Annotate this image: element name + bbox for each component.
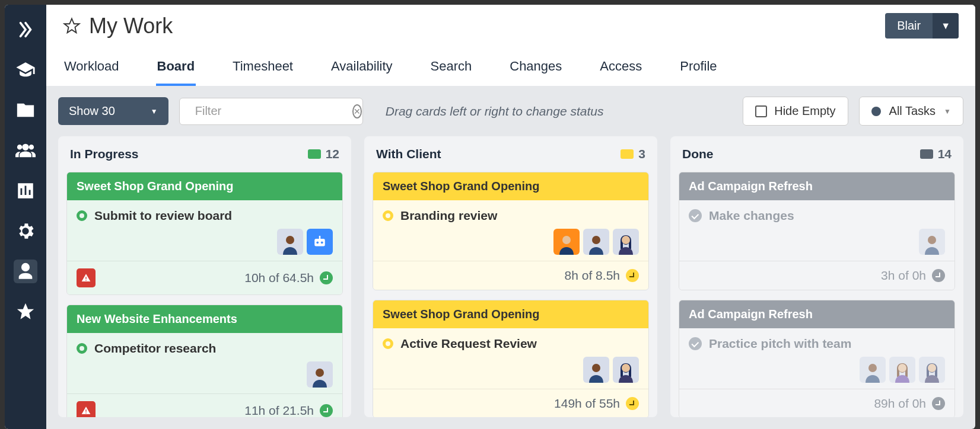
- board: In Progress12Sweet Shop Grand OpeningSub…: [46, 136, 975, 429]
- card-hours: 89h of 0h: [874, 396, 945, 411]
- tab-availability[interactable]: Availability: [330, 53, 394, 86]
- card-avatars: [383, 357, 639, 383]
- tab-search[interactable]: Search: [429, 53, 473, 86]
- count-badge-icon: [621, 149, 634, 159]
- card-task-name: Competitor research: [94, 341, 216, 356]
- column-done: Done14Ad Campaign RefreshMake changes3h …: [670, 136, 963, 417]
- card-hours: 10h of 64.5h: [244, 271, 333, 285]
- svg-point-9: [592, 364, 600, 372]
- card-hours: 3h of 0h: [881, 268, 945, 283]
- task-card[interactable]: New Website EnhancementsCompetitor resea…: [66, 305, 343, 417]
- warning-icon: [77, 401, 96, 417]
- tab-timesheet[interactable]: Timesheet: [231, 53, 294, 86]
- expand-icon[interactable]: [14, 18, 37, 41]
- column-body[interactable]: Ad Campaign RefreshMake changes3h of 0hA…: [670, 172, 963, 417]
- card-task-name: Make changes: [709, 209, 794, 223]
- svg-point-8: [622, 236, 630, 244]
- tab-profile[interactable]: Profile: [679, 53, 718, 86]
- card-project: Ad Campaign Refresh: [679, 172, 954, 200]
- tab-access[interactable]: Access: [599, 53, 643, 86]
- card-task-name: Active Request Review: [400, 337, 537, 351]
- card-hours: 8h of 8.5h: [565, 268, 639, 283]
- bot-avatar: [307, 229, 333, 255]
- column-title: In Progress: [70, 147, 139, 161]
- column-with-client: With Client3Sweet Shop Grand OpeningBran…: [364, 136, 657, 417]
- all-tasks-dropdown[interactable]: All Tasks ▼: [859, 97, 963, 126]
- user-avatar: [613, 229, 639, 255]
- hide-empty-label: Hide Empty: [774, 104, 835, 118]
- card-hours: 149h of 55h: [554, 396, 639, 411]
- column-in-progress: In Progress12Sweet Shop Grand OpeningSub…: [58, 136, 351, 417]
- card-hours: 11h of 21.5h: [244, 404, 333, 417]
- tab-changes[interactable]: Changes: [508, 53, 563, 86]
- svg-rect-1: [314, 239, 325, 246]
- show-count-dropdown[interactable]: Show 30 ▼: [58, 97, 168, 125]
- checkbox-icon: [755, 105, 767, 117]
- column-count: 3: [621, 147, 645, 161]
- card-project: Sweet Shop Grand Opening: [373, 172, 648, 200]
- card-avatars: [689, 229, 945, 255]
- tab-workload[interactable]: Workload: [63, 53, 120, 86]
- gear-icon[interactable]: [14, 219, 37, 243]
- clock-icon: [626, 397, 639, 410]
- clear-filter-icon[interactable]: ✕: [352, 104, 362, 119]
- column-body[interactable]: Sweet Shop Grand OpeningSubmit to review…: [58, 172, 351, 417]
- people-icon[interactable]: [14, 139, 37, 162]
- user-avatar: [919, 229, 945, 255]
- page-title: My Work: [89, 14, 173, 39]
- chart-icon[interactable]: [14, 179, 37, 203]
- card-task-name: Practice pitch with team: [709, 337, 851, 351]
- status-ring-icon: [383, 210, 393, 221]
- user-name: Blair: [885, 13, 933, 39]
- header: My Work Blair ▼ Workload Board Timesheet…: [46, 5, 975, 86]
- task-card[interactable]: Ad Campaign RefreshPractice pitch with t…: [679, 300, 955, 417]
- caret-down-icon: ▼: [933, 13, 959, 39]
- check-circle-icon: [689, 209, 702, 222]
- filter-input[interactable]: [195, 104, 345, 118]
- column-body[interactable]: Sweet Shop Grand OpeningBranding review8…: [364, 172, 657, 417]
- task-card[interactable]: Sweet Shop Grand OpeningSubmit to review…: [66, 172, 343, 295]
- svg-point-3: [321, 241, 323, 244]
- count-badge-icon: [308, 149, 321, 159]
- task-card[interactable]: Sweet Shop Grand OpeningActive Request R…: [373, 300, 649, 417]
- card-avatars: [77, 361, 333, 388]
- status-ring-icon: [77, 210, 87, 221]
- user-avatar: [583, 357, 609, 383]
- filter-box: ✕: [179, 98, 363, 125]
- count-badge-icon: [920, 149, 933, 159]
- svg-rect-4: [319, 236, 321, 239]
- card-avatars: [383, 229, 639, 255]
- tab-board[interactable]: Board: [156, 53, 196, 86]
- folder-icon[interactable]: [14, 98, 37, 122]
- graduation-icon[interactable]: [14, 58, 37, 82]
- card-project: Sweet Shop Grand Opening: [67, 172, 342, 200]
- column-count: 14: [920, 147, 952, 161]
- user-dropdown[interactable]: Blair ▼: [885, 13, 959, 39]
- hide-empty-toggle[interactable]: Hide Empty: [743, 97, 848, 126]
- svg-point-0: [286, 236, 294, 244]
- clock-icon: [320, 271, 333, 284]
- star-icon[interactable]: [14, 300, 37, 324]
- toolbar: Show 30 ▼ ✕ Drag cards left or right to …: [46, 86, 975, 136]
- clock-icon: [932, 397, 945, 410]
- svg-point-12: [868, 364, 877, 372]
- task-card[interactable]: Ad Campaign RefreshMake changes3h of 0h: [679, 172, 955, 290]
- tabs: Workload Board Timesheet Availability Se…: [63, 53, 959, 86]
- user-avatar: [860, 357, 886, 383]
- user-avatar: [613, 357, 639, 383]
- column-count: 12: [308, 147, 339, 161]
- user-avatar: [889, 357, 915, 383]
- user-icon[interactable]: [14, 260, 37, 283]
- user-avatar: [307, 361, 333, 388]
- favorite-star-icon[interactable]: [63, 17, 81, 35]
- task-card[interactable]: Sweet Shop Grand OpeningBranding review8…: [373, 172, 649, 290]
- card-avatars: [77, 229, 333, 255]
- svg-point-2: [316, 241, 319, 244]
- clock-icon: [626, 269, 639, 282]
- warning-icon: [77, 268, 96, 287]
- svg-point-14: [928, 364, 936, 372]
- svg-point-11: [928, 236, 936, 244]
- check-circle-icon: [689, 337, 702, 350]
- card-project: Sweet Shop Grand Opening: [373, 300, 648, 328]
- drag-hint: Drag cards left or right to change statu…: [386, 104, 604, 119]
